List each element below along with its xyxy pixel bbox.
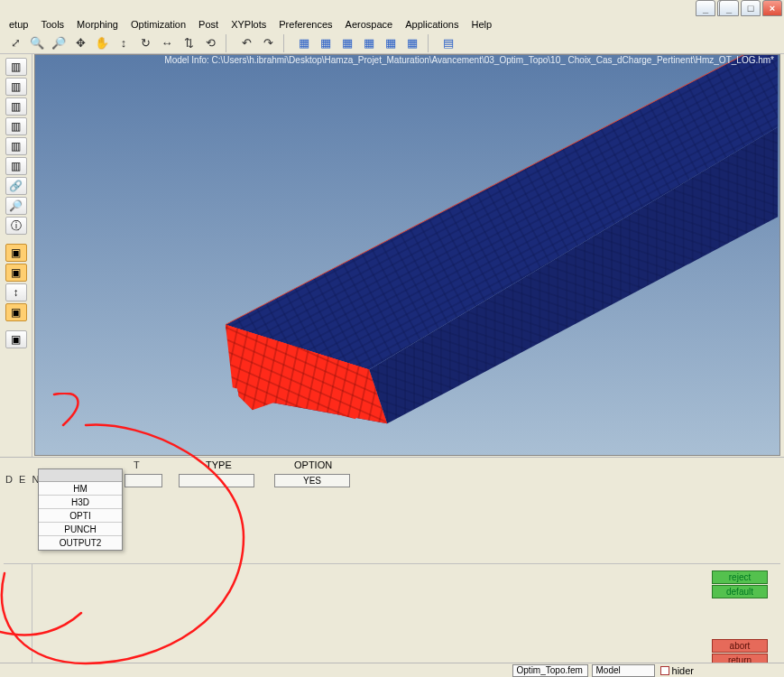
status-bar: Optim_Topo.fem Model hider (0, 663, 784, 677)
model-render (35, 55, 779, 455)
vtool-info-icon[interactable]: ⓘ (5, 217, 27, 235)
reject-button[interactable]: reject (712, 570, 768, 584)
zoom-in-icon[interactable]: 🔍 (27, 34, 47, 52)
vertical-toolbar: ▥ ▥ ▥ ▥ ▥ ▥ 🔗 🔎 ⓘ ▣ ▣ ↕ ▣ ▣ (0, 54, 32, 677)
header-type: TYPE (206, 459, 232, 470)
menu-xyplots[interactable]: XYPlots (226, 17, 272, 32)
vtool-2-icon[interactable]: ▥ (5, 78, 27, 96)
vtool-6-icon[interactable]: ▥ (5, 157, 27, 175)
fit-icon[interactable]: ⤢ (5, 34, 25, 52)
format-dropdown: HM H3D OPTI PUNCH OUTPUT2 (38, 468, 123, 551)
rotate-icon[interactable]: ↻ (135, 34, 155, 52)
menu-help[interactable]: Help (466, 17, 498, 32)
vertical-icon[interactable]: ↕ (114, 34, 134, 52)
menu-post[interactable]: Post (193, 17, 224, 32)
vtool-find-icon[interactable]: 🔎 (5, 197, 27, 215)
cell-t[interactable] (125, 474, 162, 487)
view7-icon[interactable]: ▤ (438, 34, 458, 52)
view4-icon[interactable]: ▦ (359, 34, 379, 52)
vtool-4-icon[interactable]: ▥ (5, 117, 27, 135)
cell-option[interactable]: YES (274, 474, 350, 487)
menu-tools[interactable]: Tools (35, 17, 69, 32)
vtool-5-icon[interactable]: ▥ (5, 137, 27, 155)
view5-icon[interactable]: ▦ (381, 34, 401, 52)
vtool-10-icon[interactable]: ▣ (5, 264, 27, 282)
status-field-2[interactable]: Model (592, 664, 655, 677)
prev-minimize-button[interactable]: _ (696, 0, 715, 16)
pan-icon[interactable]: ✥ (70, 34, 90, 52)
abort-button[interactable]: abort (712, 639, 768, 653)
menu-aerospace[interactable]: Aerospace (340, 17, 399, 32)
dropdown-item-punch[interactable]: PUNCH (39, 523, 122, 536)
dropdown-item-opti[interactable]: OPTI (39, 509, 122, 523)
view3-icon[interactable]: ▦ (337, 34, 357, 52)
menu-setup[interactable]: etup (4, 17, 33, 32)
toolbar-separator (226, 34, 231, 52)
vtool-3-icon[interactable]: ▥ (5, 97, 27, 116)
undo-icon[interactable]: ↶ (236, 34, 256, 52)
cell-type[interactable] (179, 474, 254, 487)
dropdown-item-hm[interactable]: HM (39, 482, 122, 496)
panel-divider (4, 563, 780, 565)
default-button[interactable]: default (712, 585, 768, 598)
view6-icon[interactable]: ▦ (402, 34, 422, 52)
vtool-13-icon[interactable]: ▣ (5, 330, 27, 348)
horizontal-icon[interactable]: ↔ (157, 34, 177, 52)
view1-icon[interactable]: ▦ (294, 34, 314, 52)
menu-preferences[interactable]: Preferences (273, 17, 337, 32)
view2-icon[interactable]: ▦ (316, 34, 336, 52)
toolbar: ⤢ 🔍 🔎 ✥ ✋ ↕ ↻ ↔ ⇅ ⟲ ↶ ↷ ▦ ▦ ▦ ▦ ▦ ▦ ▤ (0, 32, 784, 54)
redo-icon[interactable]: ↷ (258, 34, 278, 52)
dropdown-item-output2[interactable]: OUTPUT2 (39, 536, 122, 550)
vtool-link-icon[interactable]: 🔗 (5, 177, 27, 195)
menu-bar: etup Tools Morphing Optimization Post XY… (0, 16, 784, 32)
status-check-label: hider (672, 665, 694, 676)
options-panel: T TYPE OPTION D E N YES HM H3D OPTI PUNC… (0, 457, 784, 563)
spin-icon[interactable]: ⟲ (200, 34, 220, 52)
status-field-1[interactable]: Optim_Topo.fem (512, 664, 588, 677)
zoom-out-icon[interactable]: 🔎 (49, 34, 69, 52)
hand-icon[interactable]: ✋ (92, 34, 112, 52)
row-label-den: D E N (5, 474, 41, 485)
close-button[interactable]: × (762, 0, 782, 16)
model-info-text: Model Info: C:\Users\h.ibrahmi\Desktop\H… (164, 55, 774, 65)
toolbar-separator (283, 34, 289, 52)
vtool-12-icon[interactable]: ▣ (5, 303, 27, 321)
status-checkbox-icon[interactable] (660, 666, 669, 675)
header-t: T (134, 459, 140, 470)
toolbar-separator (428, 34, 433, 52)
vtool-9-icon[interactable]: ▣ (5, 244, 27, 262)
dropdown-header (39, 469, 122, 482)
menu-morphing[interactable]: Morphing (71, 17, 124, 32)
minimize-button[interactable]: _ (719, 0, 739, 16)
updown-icon[interactable]: ⇅ (179, 34, 198, 52)
header-option: OPTION (294, 459, 332, 470)
dropdown-item-h3d[interactable]: H3D (39, 496, 122, 509)
model-viewport[interactable]: Model Info: C:\Users\h.ibrahmi\Desktop\H… (34, 54, 780, 456)
maximize-button[interactable]: □ (741, 0, 761, 16)
menu-optimization[interactable]: Optimization (125, 17, 191, 32)
menu-applications[interactable]: Applications (400, 17, 464, 32)
vtool-11-icon[interactable]: ↕ (5, 283, 27, 301)
vtool-1-icon[interactable]: ▥ (5, 58, 27, 76)
